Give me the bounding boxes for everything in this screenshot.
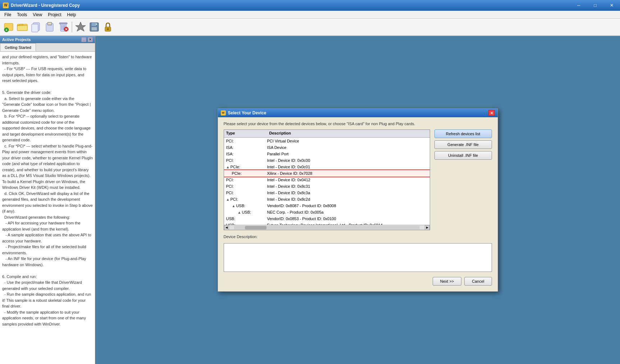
table-row[interactable]: ▲USB: NEC Corp. - Product ID: 0x005a — [224, 209, 430, 215]
horizontal-scrollbar[interactable]: ◀ ▶ — [224, 225, 430, 230]
svg-rect-6 — [32, 24, 38, 32]
table-row[interactable]: USB: VendorID: 0x0853 - Product ID: 0x01… — [224, 215, 430, 222]
menu-tools[interactable]: Tools — [14, 12, 30, 18]
svg-point-22 — [107, 28, 109, 30]
panel-content: and your defined registers, and "listen"… — [0, 52, 95, 364]
panel-title-controls: _ ✕ — [81, 37, 93, 42]
next-button[interactable]: Next >> — [433, 277, 462, 286]
title-bar: W DriverWizard - Unregistered Copy ─ □ ✕ — [0, 0, 620, 11]
device-desc-cell: VendorID: 0x0853 - Product ID: 0x0100 — [267, 217, 430, 221]
device-desc-cell: Intel - Device ID: 0x0412 — [267, 178, 430, 182]
device-desc-cell: Intel - Device ID: 0x0c01 — [267, 165, 430, 169]
modal-icon: W — [221, 110, 226, 115]
paste-button[interactable] — [43, 21, 56, 33]
panel-close-button[interactable]: ✕ — [88, 37, 93, 42]
device-desc-cell: Intel - Device ID: 0x8c3a — [267, 191, 430, 195]
modal-close-button[interactable]: ✕ — [488, 110, 495, 116]
device-desc-cell: NEC Corp. - Product ID: 0x005a — [267, 210, 430, 214]
svg-text:+: + — [5, 28, 8, 32]
menu-view[interactable]: View — [30, 12, 45, 18]
device-desc-cell: Intel - Device ID: 0x8c31 — [267, 184, 430, 188]
device-desc-cell: PCI Virtual Device — [267, 139, 430, 143]
copy-button[interactable] — [29, 21, 42, 33]
device-desc-cell: Intel - Device ID: 0x0c00 — [267, 158, 430, 163]
table-row[interactable]: PCI: Intel - Device ID: 0x0412 — [224, 177, 430, 183]
tab-bar: Getting Started — [0, 43, 95, 52]
device-type-cell: PCI: — [224, 184, 267, 188]
device-desc-cell: Intel - Device ID: 0x8c2d — [267, 197, 430, 201]
menu-file[interactable]: File — [1, 12, 14, 18]
device-type-cell: ▲PCIe: — [224, 165, 267, 169]
svg-text:✕: ✕ — [65, 27, 68, 31]
table-row[interactable]: ISA: ISA Device — [224, 144, 430, 151]
table-row[interactable]: PCIe: Xilinx - Device ID: 0x7028 — [224, 170, 430, 177]
device-type-cell: ISA: — [224, 145, 267, 150]
delete-button[interactable]: ✕ — [57, 21, 70, 33]
modal-title-bar: W Select Your Device ✕ — [218, 109, 498, 117]
device-description-section: Device Description: — [224, 235, 492, 272]
table-row[interactable]: ▲PCI: Intel - Device ID: 0x8c2d — [224, 196, 430, 203]
table-row[interactable]: ISA: Parallel Port — [224, 151, 430, 157]
scroll-right-button[interactable]: ▶ — [425, 225, 430, 230]
table-row[interactable]: PCI: Intel - Device ID: 0x8c3a — [224, 190, 430, 196]
close-button[interactable]: ✕ — [603, 0, 620, 11]
panel-minimize-button[interactable]: _ — [81, 37, 86, 42]
menu-bar: File Tools View Project Help — [0, 11, 620, 19]
table-row[interactable]: ▲USB: VendorID: 0x8087 - Product ID: 0x8… — [224, 203, 430, 209]
app-title: DriverWizard - Unregistered Copy — [11, 3, 80, 8]
col-desc-header: Description — [267, 131, 430, 136]
panel-title: Active Projects — [2, 37, 31, 42]
minimize-button[interactable]: ─ — [570, 0, 587, 11]
svg-rect-11 — [59, 23, 67, 24]
window-controls: ─ □ ✕ — [570, 0, 620, 11]
lock-button[interactable] — [101, 21, 114, 33]
maximize-button[interactable]: □ — [587, 0, 603, 11]
device-type-cell: PCIe: — [224, 171, 267, 176]
uninstall-inf-button[interactable]: Uninstall .INF file — [434, 151, 492, 160]
modal-buttons-panel: Refresh devices list Generate .INF file … — [434, 129, 492, 230]
device-type-cell: ▲USB: — [224, 204, 267, 208]
modal-title: Select Your Device — [228, 110, 266, 115]
cancel-button[interactable]: Cancel — [464, 277, 492, 286]
menu-help[interactable]: Help — [64, 12, 79, 18]
device-type-cell: PCI: — [224, 178, 267, 182]
device-type-cell: ▲USB: — [224, 210, 267, 214]
device-type-cell: ▲PCI: — [224, 197, 267, 201]
new-button[interactable]: + — [2, 21, 15, 33]
device-desc-cell: VendorID: 0x8087 - Product ID: 0x8008 — [267, 204, 430, 208]
toolbar-separator-1 — [72, 22, 72, 32]
table-row[interactable]: PCI: PCI Virtual Device — [224, 138, 430, 144]
center-area: W Select Your Device ✕ Please select you… — [95, 36, 620, 364]
modal-main-area: Type Description PCI: PCI Virtual Device — [224, 129, 492, 230]
table-row[interactable]: PCI: Intel - Device ID: 0x0c00 — [224, 157, 430, 164]
open-button[interactable] — [16, 21, 29, 33]
device-list-body[interactable]: PCI: PCI Virtual Device ISA: ISA Device — [224, 138, 430, 225]
scroll-thumb[interactable] — [245, 226, 266, 229]
device-list-header: Type Description — [224, 130, 430, 138]
disk-button[interactable] — [88, 21, 101, 33]
scroll-track[interactable] — [234, 226, 420, 229]
modal-footer: Next >> Cancel — [224, 277, 492, 287]
wizard-button[interactable] — [74, 21, 87, 33]
table-row[interactable]: USB: Future Technology Devices Internati… — [224, 222, 430, 225]
tab-getting-started[interactable]: Getting Started — [0, 43, 36, 51]
refresh-devices-button[interactable]: Refresh devices list — [434, 129, 492, 138]
modal-instruction: Please select your device from the detec… — [224, 122, 492, 126]
scroll-left-button[interactable]: ◀ — [224, 225, 229, 230]
table-row[interactable]: ▲PCIe: Intel - Device ID: 0x0c01 — [224, 164, 430, 170]
device-desc-label: Device Description: — [224, 235, 492, 239]
panel-title-bar: Active Projects _ ✕ — [0, 36, 95, 43]
device-type-cell: PCI: — [224, 158, 267, 163]
left-panel: Active Projects _ ✕ Getting Started and … — [0, 36, 95, 364]
device-list-container: Type Description PCI: PCI Virtual Device — [224, 129, 430, 230]
generate-inf-button[interactable]: Generate .INF file — [434, 140, 492, 149]
device-desc-cell: ISA Device — [267, 145, 430, 150]
main-layout: Active Projects _ ✕ Getting Started and … — [0, 36, 620, 364]
menu-project[interactable]: Project — [45, 12, 64, 18]
svg-point-20 — [96, 23, 97, 25]
device-type-cell: USB: — [224, 217, 267, 221]
table-row[interactable]: PCI: Intel - Device ID: 0x8c31 — [224, 183, 430, 190]
device-type-cell: PCI: — [224, 139, 267, 143]
app-icon: W — [3, 3, 9, 8]
device-desc-cell: Parallel Port — [267, 152, 430, 156]
